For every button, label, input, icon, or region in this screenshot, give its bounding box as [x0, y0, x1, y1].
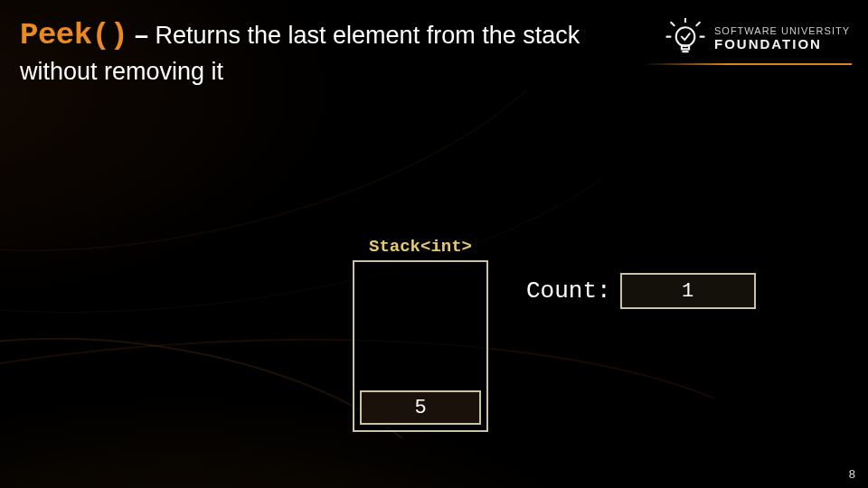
logo-underline: [644, 63, 852, 65]
count-label: Count:: [526, 277, 611, 305]
title-line2: without removing it: [20, 57, 580, 88]
svg-point-0: [676, 27, 695, 46]
stack-cell: 5: [360, 390, 481, 425]
stack-visual: Stack<int> 5: [353, 237, 488, 432]
stack-container: 5: [353, 260, 488, 432]
title-dash: –: [135, 22, 148, 49]
method-name: Peek(): [20, 18, 127, 52]
stack-type-label: Stack<int>: [353, 237, 488, 257]
lightbulb-icon: [665, 18, 705, 58]
page-number: 8: [849, 467, 855, 481]
count-value-box: 1: [620, 273, 756, 309]
logo-text-line2: FOUNDATION: [714, 36, 850, 52]
logo-text-line1: SOFTWARE UNIVERSITY: [714, 25, 850, 36]
count-display: Count: 1: [526, 273, 756, 309]
svg-line-3: [671, 23, 674, 25]
slide-title: Peek() – Returns the last element from t…: [20, 16, 580, 87]
brand-logo: SOFTWARE UNIVERSITY FOUNDATION: [665, 18, 850, 58]
title-rest: Returns the last element from the stack: [155, 22, 580, 49]
svg-line-2: [696, 23, 699, 25]
